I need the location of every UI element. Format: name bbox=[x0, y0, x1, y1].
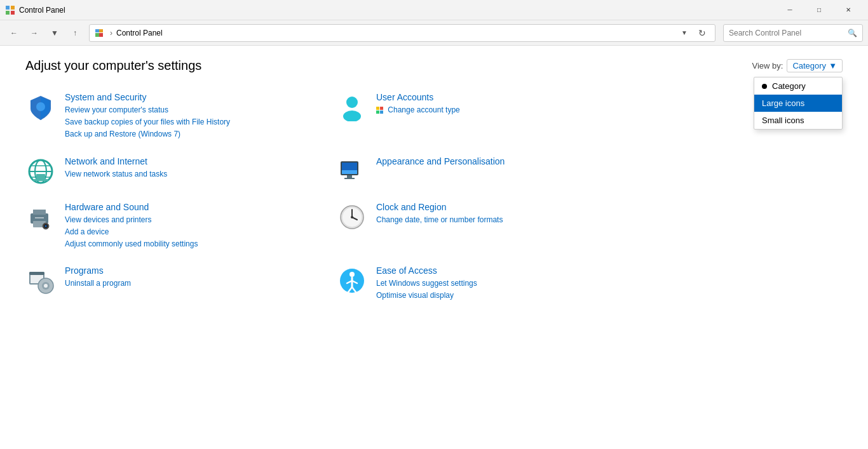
dropdown-item-large-icons[interactable]: Large icons bbox=[754, 95, 842, 112]
large-icons-label: Large icons bbox=[762, 98, 804, 108]
hardware-sound-icon bbox=[25, 202, 56, 232]
forward-button[interactable]: → bbox=[25, 24, 43, 42]
category-network-internet: Network and Internet View network status… bbox=[25, 156, 286, 187]
dropdown-item-category[interactable]: Category bbox=[754, 77, 842, 95]
svg-point-39 bbox=[351, 216, 353, 218]
address-folder-icon bbox=[95, 27, 106, 39]
dropdown-item-small-icons[interactable]: Small icons bbox=[754, 112, 842, 129]
ease-access-info: Ease of Access Let Windows suggest setti… bbox=[376, 265, 597, 302]
svg-rect-13 bbox=[376, 111, 379, 114]
svg-rect-25 bbox=[342, 170, 357, 174]
search-input[interactable] bbox=[729, 29, 845, 37]
svg-point-9 bbox=[346, 97, 358, 108]
categories-grid: System and Security Review your computer… bbox=[25, 92, 597, 302]
address-separator: › bbox=[110, 29, 112, 37]
category-bullet bbox=[762, 84, 767, 89]
svg-rect-2 bbox=[6, 11, 10, 15]
close-button[interactable]: ✕ bbox=[834, 0, 863, 20]
system-security-link-2[interactable]: Save backup copies of your files with Fi… bbox=[65, 116, 286, 128]
address-bar[interactable]: › Control Panel ▼ ↻ bbox=[89, 24, 715, 42]
category-user-accounts: User Accounts Change account type bbox=[337, 92, 597, 141]
programs-link-1[interactable]: Uninstall a program bbox=[65, 278, 286, 290]
svg-rect-11 bbox=[376, 107, 379, 110]
address-dropdown-button[interactable]: ▼ bbox=[678, 27, 691, 39]
search-icon: 🔍 bbox=[848, 29, 857, 37]
recent-locations-button[interactable]: ▼ bbox=[46, 24, 64, 42]
window-title: Control Panel bbox=[19, 6, 65, 15]
clock-region-icon bbox=[337, 202, 367, 232]
svg-point-45 bbox=[44, 284, 48, 288]
svg-rect-3 bbox=[11, 11, 15, 15]
network-internet-icon bbox=[25, 156, 56, 187]
viewby-label: View by: bbox=[752, 61, 783, 70]
viewby-dropdown-button[interactable]: Category ▼ bbox=[787, 59, 843, 72]
svg-rect-1 bbox=[11, 6, 15, 10]
system-security-link-1[interactable]: Review your computer's status bbox=[65, 104, 286, 116]
svg-rect-26 bbox=[347, 175, 352, 178]
hardware-sound-link-2[interactable]: Add a device bbox=[65, 226, 286, 238]
svg-rect-7 bbox=[99, 33, 103, 37]
svg-point-8 bbox=[36, 102, 45, 111]
svg-point-34 bbox=[45, 225, 47, 227]
minimize-button[interactable]: ─ bbox=[775, 0, 804, 20]
network-internet-info: Network and Internet View network status… bbox=[65, 156, 286, 180]
maximize-button[interactable]: □ bbox=[804, 0, 834, 20]
category-clock-region: Clock and Region Change date, time or nu… bbox=[337, 202, 597, 251]
ease-access-link-2[interactable]: Optimise visual display bbox=[376, 290, 597, 302]
svg-rect-12 bbox=[380, 107, 383, 110]
clock-region-title[interactable]: Clock and Region bbox=[376, 202, 597, 212]
up-button[interactable]: ↑ bbox=[66, 24, 84, 42]
user-accounts-title[interactable]: User Accounts bbox=[376, 92, 597, 102]
hardware-sound-info: Hardware and Sound View devices and prin… bbox=[65, 202, 286, 251]
svg-rect-42 bbox=[29, 272, 44, 275]
svg-rect-24 bbox=[342, 163, 357, 170]
titlebar-controls: ─ □ ✕ bbox=[775, 0, 863, 20]
programs-info: Programs Uninstall a program bbox=[65, 265, 286, 290]
network-internet-link-1[interactable]: View network status and tasks bbox=[65, 168, 286, 180]
category-system-security: System and Security Review your computer… bbox=[25, 92, 286, 141]
main-content: Adjust your computer's settings View by:… bbox=[0, 46, 868, 315]
system-security-title[interactable]: System and Security bbox=[65, 92, 286, 102]
hardware-sound-title[interactable]: Hardware and Sound bbox=[65, 202, 286, 212]
category-ease-access: Ease of Access Let Windows suggest setti… bbox=[337, 265, 597, 302]
system-security-icon bbox=[25, 92, 56, 123]
system-security-info: System and Security Review your computer… bbox=[65, 92, 286, 141]
svg-rect-31 bbox=[35, 217, 44, 218]
category-appearance: Appearance and Personalisation bbox=[337, 156, 597, 187]
svg-rect-14 bbox=[380, 111, 383, 114]
programs-title[interactable]: Programs bbox=[65, 265, 286, 276]
viewby-value: Category bbox=[792, 61, 826, 70]
ease-access-title[interactable]: Ease of Access bbox=[376, 265, 597, 276]
user-accounts-info: User Accounts Change account type bbox=[376, 92, 597, 116]
svg-point-10 bbox=[343, 111, 361, 121]
page-title: Adjust your computer's settings bbox=[25, 58, 201, 73]
clock-region-info: Clock and Region Change date, time or nu… bbox=[376, 202, 597, 226]
svg-rect-29 bbox=[33, 210, 46, 215]
dropdown-item-label: Category bbox=[772, 81, 806, 91]
appearance-icon bbox=[337, 156, 367, 187]
svg-point-47 bbox=[349, 272, 355, 277]
user-accounts-link-1[interactable]: Change account type bbox=[376, 104, 597, 116]
viewby-chevron-icon: ▼ bbox=[829, 61, 837, 70]
clock-region-link-1[interactable]: Change date, time or number formats bbox=[376, 214, 597, 226]
hardware-sound-link-3[interactable]: Adjust commonly used mobility settings bbox=[65, 238, 286, 250]
navbar: ← → ▼ ↑ › Control Panel ▼ ↻ 🔍 bbox=[0, 20, 868, 46]
appearance-title[interactable]: Appearance and Personalisation bbox=[376, 156, 597, 166]
network-internet-title[interactable]: Network and Internet bbox=[65, 156, 286, 166]
svg-rect-6 bbox=[95, 33, 99, 37]
ease-access-link-1[interactable]: Let Windows suggest settings bbox=[376, 278, 597, 290]
system-security-link-3[interactable]: Back up and Restore (Windows 7) bbox=[65, 128, 286, 140]
hardware-sound-link-1[interactable]: View devices and printers bbox=[65, 214, 286, 226]
svg-rect-0 bbox=[6, 6, 10, 10]
viewby-control: View by: Category ▼ Category Large icons… bbox=[752, 59, 843, 72]
ease-access-icon bbox=[337, 265, 367, 296]
app-icon bbox=[5, 5, 15, 15]
back-button[interactable]: ← bbox=[5, 24, 23, 42]
search-bar[interactable]: 🔍 bbox=[723, 24, 863, 42]
user-accounts-icon bbox=[337, 92, 367, 123]
page-header: Adjust your computer's settings View by:… bbox=[25, 58, 843, 73]
category-hardware-sound: Hardware and Sound View devices and prin… bbox=[25, 202, 286, 251]
address-text: Control Panel bbox=[116, 29, 674, 37]
refresh-button[interactable]: ↻ bbox=[695, 25, 710, 41]
category-programs: Programs Uninstall a program bbox=[25, 265, 286, 302]
